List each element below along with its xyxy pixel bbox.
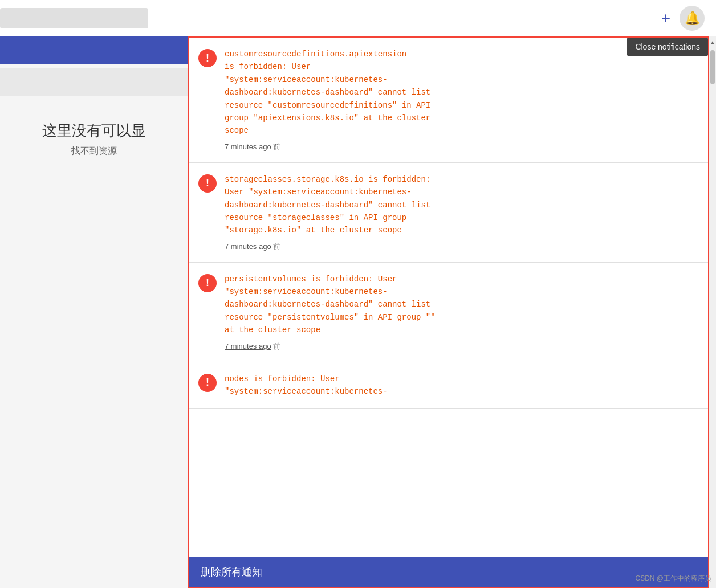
notification-time-3: 7 minutes ago 前 xyxy=(225,341,699,352)
sidebar-empty-subtitle: 找不到资源 xyxy=(11,145,177,157)
notification-content-1: customresourcedefinitions.apiextension i… xyxy=(225,48,699,152)
notification-time-suffix-3: 前 xyxy=(271,342,281,350)
main-content: 这里没有可以显 找不到资源 Close notifications ! cust… xyxy=(0,36,716,588)
sidebar-item-1 xyxy=(0,68,188,96)
scrollbar-thumb[interactable] xyxy=(710,50,715,84)
notification-content-2: storageclasses.storage.k8s.io is forbidd… xyxy=(225,173,699,252)
notification-bell-button[interactable]: 🔔 xyxy=(680,6,705,31)
notification-item: ! customresourcedefinitions.apiextension… xyxy=(189,38,708,163)
sidebar-empty-area: 这里没有可以显 找不到资源 xyxy=(0,98,188,180)
notification-time-suffix-2: 前 xyxy=(271,242,281,251)
notification-content-4: nodes is forbidden: User "system:service… xyxy=(225,373,699,398)
notification-time-1: 7 minutes ago 前 xyxy=(225,142,699,152)
notification-content-3: persistentvolumes is forbidden: User "sy… xyxy=(225,273,699,352)
watermark: CSDN @工作中的程序员 xyxy=(635,574,711,583)
sidebar-empty-title: 这里没有可以显 xyxy=(11,121,177,141)
notification-item-4: ! nodes is forbidden: User "system:servi… xyxy=(189,362,708,409)
header-actions: + 🔔 xyxy=(661,6,705,31)
error-icon-4: ! xyxy=(198,374,217,392)
header-logo-area xyxy=(0,8,148,28)
header: + 🔔 xyxy=(0,0,716,36)
notification-message-4: nodes is forbidden: User "system:service… xyxy=(225,373,699,398)
notification-time-underline-3: 7 minutes ago xyxy=(225,342,271,350)
close-notifications-tooltip: Close notifications xyxy=(627,38,708,56)
notification-time-underline-1: 7 minutes ago xyxy=(225,142,271,151)
bell-icon: 🔔 xyxy=(685,11,700,26)
notification-time-suffix-1: 前 xyxy=(271,142,281,151)
notification-message-3: persistentvolumes is forbidden: User "sy… xyxy=(225,273,699,337)
notification-item-3: ! persistentvolumes is forbidden: User "… xyxy=(189,263,708,362)
scrollbar-area[interactable]: ▲ xyxy=(709,36,716,588)
notification-time-2: 7 minutes ago 前 xyxy=(225,242,699,252)
notification-list[interactable]: ! customresourcedefinitions.apiextension… xyxy=(189,38,708,557)
error-icon-1: ! xyxy=(198,49,217,67)
notification-item-2: ! storageclasses.storage.k8s.io is forbi… xyxy=(189,163,708,263)
notification-message-2: storageclasses.storage.k8s.io is forbidd… xyxy=(225,173,699,237)
error-icon-2: ! xyxy=(198,174,217,193)
add-button[interactable]: + xyxy=(661,10,670,26)
notification-time-underline-2: 7 minutes ago xyxy=(225,242,271,251)
scroll-up-arrow[interactable]: ▲ xyxy=(709,36,716,48)
sidebar-blue-bar xyxy=(0,36,188,64)
notification-panel: Close notifications ! customresourcedefi… xyxy=(188,36,709,588)
notification-message-1: customresourcedefinitions.apiextension i… xyxy=(225,48,699,137)
error-icon-3: ! xyxy=(198,274,217,292)
delete-all-button[interactable]: 删除所有通知 xyxy=(189,557,708,587)
sidebar: 这里没有可以显 找不到资源 xyxy=(0,36,188,588)
